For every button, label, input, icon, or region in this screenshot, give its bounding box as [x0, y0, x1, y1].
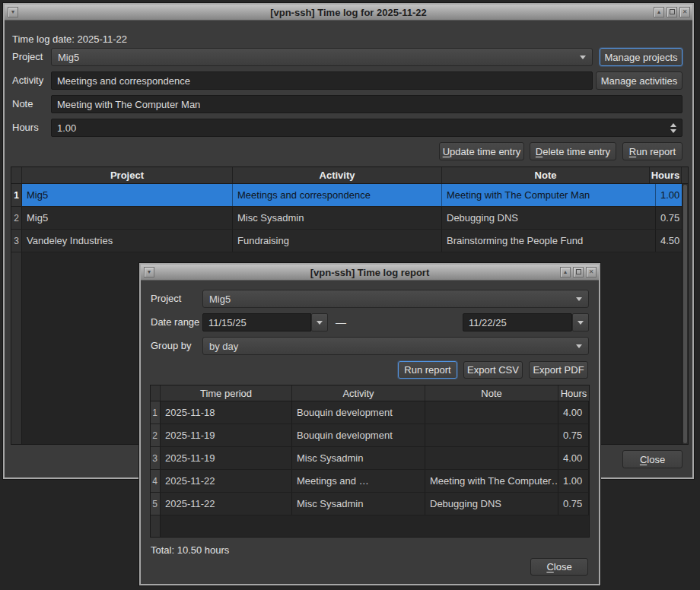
gutter-fill	[151, 515, 161, 537]
cell-activity: Misc Sysadmin	[233, 207, 442, 229]
window-close-button[interactable]: ✕	[586, 267, 597, 278]
time-log-date-label: Time log date: 2025-11-22	[12, 30, 127, 49]
note-input-value: Meeting with The Computer Man	[57, 99, 200, 110]
close-icon: ✕	[589, 268, 594, 275]
dialog-close-button[interactable]: Close	[530, 558, 588, 576]
header-hours[interactable]: Hours	[558, 385, 589, 401]
cell-hours: 0.75	[558, 493, 589, 515]
date-end-dropdown-button[interactable]	[572, 313, 589, 331]
project-combobox[interactable]: Mig5	[51, 48, 593, 66]
shade-button[interactable]: ▴	[654, 7, 664, 17]
activity-input[interactable]: Meetings and correspondence	[51, 71, 593, 90]
dialog-run-report-label: Run report	[404, 364, 450, 376]
run-report-label: Run report	[629, 146, 676, 157]
main-close-button[interactable]: Close	[622, 450, 682, 468]
row-number: 5	[151, 493, 161, 515]
report-row[interactable]: 5 2025-11-22 Misc Sysadmin Debugging DNS…	[151, 493, 589, 515]
cell-note	[425, 424, 558, 446]
header-hours[interactable]: Hours	[650, 167, 682, 183]
maximize-icon	[670, 9, 675, 14]
manage-activities-button[interactable]: Manage activities	[596, 71, 682, 90]
dialog-titlebar[interactable]: ▾ [vpn-ssh] Time log report ▴ ✕	[141, 265, 599, 281]
cell-note: Meeting with The Computer…	[425, 470, 558, 492]
export-csv-button[interactable]: Export CSV	[463, 361, 523, 379]
cell-project: Mig5	[22, 184, 233, 206]
header-note[interactable]: Note	[442, 167, 650, 183]
cell-time-period: 2025-11-18	[161, 401, 292, 423]
dialog-title: [vpn-ssh] Time log report	[141, 265, 599, 281]
manage-projects-button[interactable]: Manage projects	[600, 48, 682, 66]
hours-label: Hours	[12, 119, 39, 137]
report-row[interactable]: 1 2025-11-18 Bouquin development 4.00	[151, 401, 589, 424]
table-row[interactable]: 2 Mig5 Misc Sysadmin Debugging DNS 0.75	[11, 207, 688, 230]
window-menu-icon: ▾	[11, 8, 14, 15]
report-row[interactable]: 3 2025-11-19 Misc Sysadmin 4.00	[151, 447, 589, 470]
date-range-separator: —	[336, 313, 346, 331]
report-row[interactable]: 2 2025-11-19 Bouquin development 0.75	[151, 424, 589, 447]
delete-time-entry-button[interactable]: Delete time entry	[530, 142, 616, 160]
chevron-down-icon	[317, 321, 323, 325]
group-by-combobox[interactable]: by day	[202, 337, 589, 355]
group-by-value: by day	[209, 341, 238, 352]
date-start-dropdown-button[interactable]	[311, 313, 328, 331]
report-row[interactable]: 4 2025-11-22 Meetings and … Meeting with…	[151, 470, 589, 493]
hours-spinner	[668, 119, 679, 136]
report-project-combobox[interactable]: Mig5	[202, 290, 589, 308]
header-activity[interactable]: Activity	[292, 385, 425, 401]
cell-hours: 4.00	[558, 447, 589, 469]
scrollbar-thumb[interactable]	[683, 185, 687, 443]
activity-label: Activity	[12, 71, 43, 90]
header-gutter	[11, 167, 22, 183]
table-row[interactable]: 3 Vandeley Industries Fundraising Brains…	[11, 230, 688, 252]
cell-time-period: 2025-11-22	[161, 470, 292, 492]
header-time-period[interactable]: Time period	[161, 385, 292, 401]
row-number: 3	[151, 447, 161, 469]
shade-icon: ▴	[564, 268, 567, 275]
date-end-input[interactable]: 11/22/25	[463, 313, 572, 331]
window-menu-button[interactable]: ▾	[8, 7, 18, 17]
run-report-button[interactable]: Run report	[622, 142, 682, 160]
cell-time-period: 2025-11-22	[161, 493, 292, 515]
cell-activity: Meetings and …	[292, 470, 425, 492]
cell-activity: Meetings and correspondence	[233, 184, 442, 206]
cell-activity: Fundraising	[233, 230, 442, 252]
row-number: 2	[151, 424, 161, 446]
spin-up-icon[interactable]	[670, 123, 676, 127]
total-hours-label: Total: 10.50 hours	[151, 541, 229, 560]
table-header-row: Project Activity Note Hours	[11, 167, 688, 184]
hours-spinbox-value: 1.00	[57, 122, 76, 134]
shade-button[interactable]: ▴	[560, 267, 571, 278]
header-note[interactable]: Note	[425, 385, 558, 401]
shade-icon: ▴	[657, 8, 660, 15]
window-menu-button[interactable]: ▾	[144, 267, 154, 278]
desktop: ▾ [vpn-ssh] Time log for 2025-11-22 ▴ ✕ …	[0, 0, 700, 590]
hours-spinbox[interactable]: 1.00	[51, 119, 682, 137]
maximize-button[interactable]	[667, 7, 677, 17]
main-window-title: [vpn-ssh] Time log for 2025-11-22	[5, 5, 692, 21]
report-header-row: Time period Activity Note Hours	[151, 385, 589, 401]
dialog-body: Project Mig5 Date range 11/15/25 — 11/22…	[141, 281, 599, 584]
maximize-icon	[576, 269, 581, 274]
header-activity[interactable]: Activity	[233, 167, 442, 183]
header-project[interactable]: Project	[22, 167, 233, 183]
header-gutter	[151, 385, 161, 401]
table-vertical-scrollbar[interactable]	[682, 184, 688, 444]
dialog-run-report-button[interactable]: Run report	[398, 361, 457, 379]
maximize-button[interactable]	[573, 267, 584, 278]
report-table: Time period Activity Note Hours 1 2025-1…	[150, 385, 590, 538]
date-range-label: Date range	[151, 313, 199, 331]
date-end-value: 11/22/25	[469, 317, 507, 328]
main-titlebar[interactable]: ▾ [vpn-ssh] Time log for 2025-11-22 ▴ ✕	[5, 5, 692, 21]
spin-down-icon[interactable]	[670, 129, 676, 133]
update-time-entry-button[interactable]: Update time entry	[439, 142, 524, 160]
project-label: Project	[12, 48, 43, 66]
group-by-label: Group by	[151, 337, 191, 355]
cell-note	[425, 447, 558, 469]
export-pdf-button[interactable]: Export PDF	[529, 361, 588, 379]
window-close-button[interactable]: ✕	[679, 7, 690, 17]
note-input[interactable]: Meeting with The Computer Man	[51, 95, 682, 113]
row-number: 1	[151, 401, 161, 423]
date-start-input[interactable]: 11/15/25	[202, 313, 311, 331]
project-combobox-value: Mig5	[58, 52, 79, 63]
table-row[interactable]: 1 Mig5 Meetings and correspondence Meeti…	[11, 184, 688, 207]
